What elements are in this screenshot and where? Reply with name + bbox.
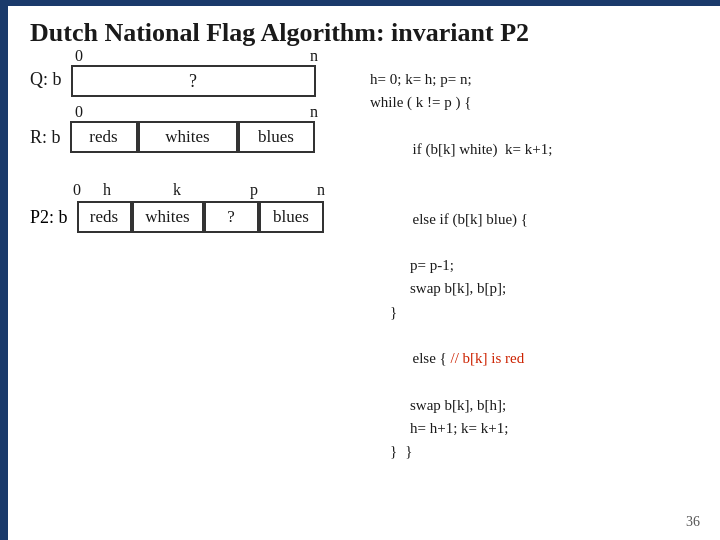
code-close-1: } <box>390 440 397 463</box>
code-line-2: while ( k != p ) { <box>370 91 710 114</box>
p2-question-box: ? <box>204 201 259 233</box>
code-close-braces: } } <box>370 440 710 463</box>
code-text-4: else if (b[k] blue) { <box>413 211 529 227</box>
p2-boxes-row: P2: b reds whites ? blues <box>30 201 360 233</box>
code-text-3: if (b[k] white) k= k+1; <box>413 141 553 157</box>
code-line-7: } <box>370 301 710 324</box>
code-comment-red: // b[k] is red <box>451 350 525 366</box>
r-n-label: n <box>310 103 318 121</box>
code-line-3: if (b[k] white) k= k+1; <box>370 115 710 185</box>
code-close-2: } <box>405 440 412 463</box>
q-box: ? <box>71 65 316 97</box>
r-blues-box: blues <box>238 121 315 153</box>
code-else-red: else { <box>413 350 451 366</box>
q-zero-label: 0 <box>75 47 83 65</box>
q-row: 0 n Q: b ? <box>30 65 360 97</box>
code-line-8: else { // b[k] is red <box>370 324 710 394</box>
r-boxes: reds whites blues <box>70 121 315 153</box>
p2-label: P2: b <box>30 207 68 228</box>
p2-lbl-k: k <box>173 181 228 199</box>
code-line-6: swap b[k], b[p]; <box>370 277 710 300</box>
p2-reds-box: reds <box>77 201 132 233</box>
slide-number: 36 <box>686 514 700 530</box>
p2-lbl-h: h <box>103 181 158 199</box>
code-line-5: p= p-1; <box>370 254 710 277</box>
p2-whites-box: whites <box>132 201 204 233</box>
r-row: 0 n R: b reds whites blues <box>30 121 360 153</box>
p2-lbl-n: n <box>317 181 337 199</box>
p2-boxes: reds whites ? blues <box>77 201 324 233</box>
r-label: R: b <box>30 127 61 148</box>
slide-title: Dutch National Flag Algorithm: invariant… <box>30 18 529 48</box>
top-bar <box>0 0 720 6</box>
code-line-4: else if (b[k] blue) { <box>370 184 710 254</box>
code-line-9: swap b[k], b[h]; <box>370 394 710 417</box>
code-line-10: h= h+1; k= k+1; <box>370 417 710 440</box>
p2-row: 0 h k p n P2: b reds whites ? blues <box>30 181 360 233</box>
q-label: Q: b <box>30 69 62 89</box>
q-question-mark: ? <box>189 71 197 92</box>
p2-lbl-p: p <box>250 181 305 199</box>
code-area: h= 0; k= h; p= n; while ( k != p ) { if … <box>370 68 710 463</box>
left-bar <box>0 6 8 540</box>
r-reds-box: reds <box>70 121 138 153</box>
q-n-label: n <box>310 47 318 65</box>
r-zero-label: 0 <box>75 103 83 121</box>
code-line-1: h= 0; k= h; p= n; <box>370 68 710 91</box>
diagram-area: 0 n Q: b ? 0 n R: b reds whites blues 0 … <box>30 65 360 233</box>
r-whites-box: whites <box>138 121 238 153</box>
p2-lbl-zero: 0 <box>73 181 93 199</box>
p2-blues-box: blues <box>259 201 324 233</box>
p2-labels-row: 0 h k p n <box>73 181 360 199</box>
